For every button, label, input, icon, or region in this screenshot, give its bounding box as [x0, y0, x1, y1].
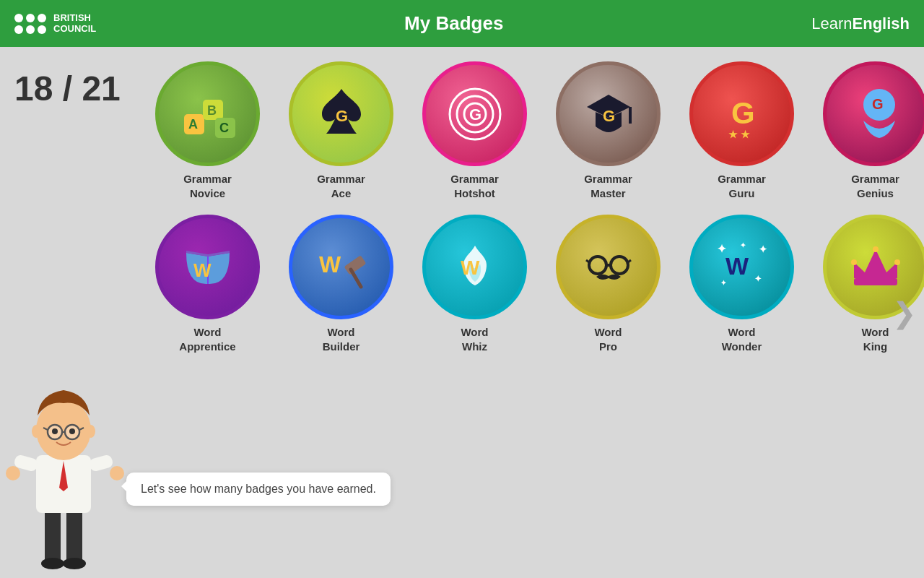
badge-grammar-ace-circle: G	[289, 61, 393, 166]
svg-rect-38	[45, 506, 61, 564]
badge-grammar-master-circle: G	[556, 61, 661, 166]
badge-word-king-label: WordKing	[861, 325, 889, 353]
svg-text:✦: ✦	[717, 243, 727, 255]
bc-dot	[38, 25, 46, 34]
badge-grammar-genius-label: GrammarGenius	[851, 172, 899, 200]
word-king-icon	[843, 235, 908, 300]
grammar-master-icon: G	[576, 82, 641, 147]
badge-word-builder[interactable]: W WordBuilder	[278, 215, 404, 353]
svg-rect-45	[88, 454, 114, 473]
badge-word-pro[interactable]: WordPro	[545, 215, 671, 353]
badge-word-wonder-label: WordWonder	[722, 325, 762, 353]
word-builder-icon: W	[309, 235, 374, 300]
svg-point-60	[87, 425, 95, 438]
badge-word-builder-circle: W	[289, 215, 393, 319]
svg-text:✦: ✦	[720, 279, 727, 287]
badge-grammar-ace-label: GrammarAce	[317, 172, 365, 200]
page-title: My Badges	[96, 12, 811, 35]
badge-word-wonder[interactable]: W ✦ ✦ ✦ ✦ ✦ WordWonder	[679, 215, 805, 353]
badge-word-king[interactable]: WordKing	[812, 215, 924, 353]
badge-word-builder-label: WordBuilder	[323, 325, 360, 353]
bc-name-line2: COUNCIL	[53, 24, 96, 34]
svg-text:A: A	[188, 117, 198, 131]
svg-text:W: W	[461, 256, 480, 279]
badge-word-wonder-circle: W ✦ ✦ ✦ ✦ ✦	[689, 215, 794, 319]
badge-grammar-guru-label: GrammarGuru	[718, 172, 766, 200]
svg-point-59	[32, 425, 40, 438]
svg-point-57	[52, 428, 58, 434]
svg-rect-34	[854, 278, 897, 285]
svg-text:G: G	[872, 96, 884, 112]
svg-text:C: C	[219, 121, 229, 135]
character	[0, 361, 134, 578]
badge-word-apprentice-circle: W	[155, 215, 260, 319]
svg-text:✦: ✦	[759, 243, 767, 255]
svg-text:W: W	[725, 252, 749, 280]
grammar-novice-icon: A B C	[175, 82, 240, 147]
word-pro-icon	[576, 235, 641, 300]
speech-bubble: Let's see how many badges you have earne…	[126, 473, 391, 506]
learn-english-logo: LearnEnglish	[811, 14, 910, 33]
svg-point-49	[36, 400, 91, 460]
badge-grammar-guru[interactable]: G ★ ★ GrammarGuru	[679, 61, 805, 200]
word-apprentice-icon: W	[175, 235, 240, 300]
badge-grammar-hotshot[interactable]: G GrammarHotshot	[411, 61, 538, 200]
svg-line-21	[351, 269, 361, 287]
svg-point-23	[589, 256, 606, 274]
badge-grammar-genius[interactable]: G GrammarGenius	[812, 61, 924, 200]
badge-grammar-hotshot-label: GrammarHotshot	[450, 172, 499, 200]
badge-grammar-guru-circle: G ★ ★	[689, 61, 794, 166]
svg-point-41	[63, 558, 86, 569]
badge-grammar-novice-circle: A B C	[155, 61, 260, 166]
badge-word-pro-label: WordPro	[594, 325, 622, 353]
svg-text:B: B	[207, 103, 217, 118]
svg-text:✦: ✦	[740, 241, 746, 249]
badge-word-apprentice[interactable]: W WordApprentice	[144, 215, 271, 353]
badge-grammar-novice-label: GrammarNovice	[183, 172, 232, 200]
bc-dot	[14, 25, 23, 34]
badge-word-pro-circle	[556, 215, 661, 319]
svg-line-26	[586, 260, 589, 262]
svg-line-27	[628, 260, 631, 262]
next-arrow[interactable]: ❯	[892, 296, 917, 329]
svg-point-36	[873, 246, 879, 252]
svg-point-47	[110, 466, 124, 480]
main-content: 18 / 21 A B C GrammarNovice	[0, 47, 924, 578]
svg-rect-39	[66, 506, 82, 564]
svg-point-35	[851, 259, 857, 265]
word-wonder-icon: W ✦ ✦ ✦ ✦ ✦	[710, 235, 775, 300]
header: BRITISH COUNCIL My Badges LearnEnglish	[0, 0, 924, 47]
speech-bubble-text: Let's see how many badges you have earne…	[141, 483, 376, 495]
badge-grammar-novice[interactable]: A B C GrammarNovice	[144, 61, 271, 200]
word-whiz-icon: W	[443, 235, 507, 300]
badge-grammar-genius-circle: G	[823, 61, 924, 166]
badge-word-apprentice-label: WordApprentice	[179, 325, 235, 353]
svg-rect-20	[344, 255, 366, 275]
bc-dot	[26, 25, 35, 34]
word-badges-row: W WordApprentice W W	[144, 215, 924, 353]
svg-text:W: W	[193, 259, 212, 281]
svg-text:G: G	[731, 96, 755, 130]
bc-dot	[38, 14, 46, 22]
badge-word-whiz-circle: W	[422, 215, 527, 319]
badge-grammar-ace[interactable]: G GrammarAce	[278, 61, 404, 200]
svg-text:G: G	[603, 107, 615, 125]
svg-text:G: G	[469, 105, 481, 124]
badge-word-whiz[interactable]: W WordWhiz	[411, 215, 538, 353]
grammar-hotshot-icon: G	[443, 82, 507, 147]
grammar-guru-icon: G ★ ★	[710, 82, 775, 147]
grammar-ace-icon: G	[309, 82, 374, 147]
bc-dot	[26, 14, 35, 22]
character-area: Let's see how many badges you have earne…	[0, 361, 134, 578]
svg-point-37	[894, 259, 900, 265]
bc-name-line1: BRITISH	[53, 13, 96, 23]
svg-point-24	[611, 256, 628, 274]
svg-text:★ ★: ★ ★	[728, 129, 750, 140]
badge-grammar-master[interactable]: G GrammarMaster	[545, 61, 671, 200]
grammar-genius-icon: G	[843, 82, 908, 147]
svg-point-58	[69, 428, 75, 434]
svg-text:G: G	[336, 107, 348, 125]
badge-grammar-hotshot-circle: G	[422, 61, 527, 166]
svg-text:W: W	[319, 251, 341, 277]
svg-point-40	[41, 558, 64, 569]
